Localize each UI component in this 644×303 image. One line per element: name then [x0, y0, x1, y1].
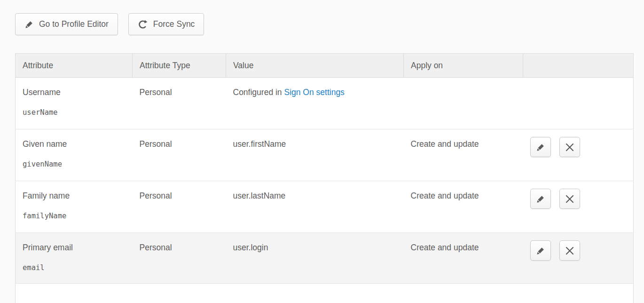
table-row-family-name: Family name familyName Personal user.las… [16, 181, 634, 233]
table-row-given-name: Given name givenName Personal user.first… [16, 129, 634, 181]
value-text: user.firstName [233, 139, 286, 149]
close-icon [565, 246, 574, 255]
attribute-mappings-table: Attribute Attribute Type Value Apply on … [15, 53, 634, 303]
attribute-label: Family name [23, 191, 70, 200]
pencil-icon [24, 20, 34, 29]
column-header-actions [523, 54, 634, 78]
attribute-type: Personal [140, 243, 172, 252]
column-header-attribute: Attribute [16, 54, 133, 78]
attribute-label: Username [23, 88, 61, 97]
pencil-icon [536, 246, 545, 255]
column-header-value: Value [226, 54, 404, 78]
sign-on-settings-link[interactable]: Sign On settings [284, 88, 344, 97]
force-sync-button[interactable]: Force Sync [128, 13, 204, 35]
close-icon [565, 194, 574, 204]
attribute-variable-name: email [23, 263, 126, 272]
refresh-icon [138, 19, 148, 30]
table-header: Attribute Attribute Type Value Apply on [16, 54, 634, 78]
column-header-attribute-type: Attribute Type [133, 54, 226, 78]
delete-mapping-button[interactable] [559, 137, 580, 157]
table-row-partial [16, 284, 634, 303]
force-sync-label: Force Sync [153, 19, 195, 29]
attribute-variable-name: userName [23, 108, 126, 117]
value-text: user.login [233, 243, 268, 252]
apply-on-value: Create and update [411, 139, 479, 149]
attribute-type: Personal [140, 88, 172, 97]
attribute-type: Personal [140, 191, 172, 200]
attribute-mappings-table-container: Attribute Attribute Type Value Apply on … [15, 53, 633, 303]
value-text: user.lastName [233, 191, 286, 200]
toolbar: Go to Profile Editor Force Sync [15, 13, 204, 35]
attribute-label: Primary email [23, 243, 73, 252]
go-to-profile-editor-button[interactable]: Go to Profile Editor [15, 13, 118, 35]
apply-on-value: Create and update [411, 243, 479, 252]
edit-mapping-button[interactable] [530, 137, 551, 157]
table-row-primary-email: Primary email email Personal user.login … [16, 233, 634, 284]
attribute-variable-name: familyName [23, 212, 126, 220]
delete-mapping-button[interactable] [559, 240, 580, 261]
go-to-profile-editor-label: Go to Profile Editor [39, 19, 109, 29]
attribute-variable-name: givenName [23, 160, 126, 168]
value-text: Configured in [233, 88, 284, 97]
attribute-type: Personal [140, 139, 172, 149]
apply-on-value: Create and update [411, 191, 479, 200]
attribute-mappings-page: Go to Profile Editor Force Sync Attribut… [0, 0, 644, 303]
edit-mapping-button[interactable] [530, 240, 551, 261]
edit-mapping-button[interactable] [530, 189, 551, 209]
column-header-apply-on: Apply on [404, 54, 523, 78]
pencil-icon [536, 194, 545, 204]
attribute-label: Given name [23, 139, 67, 149]
delete-mapping-button[interactable] [559, 189, 580, 209]
table-row-username: Username userName Personal Configured in… [16, 78, 634, 129]
pencil-icon [536, 143, 545, 152]
close-icon [565, 143, 574, 152]
